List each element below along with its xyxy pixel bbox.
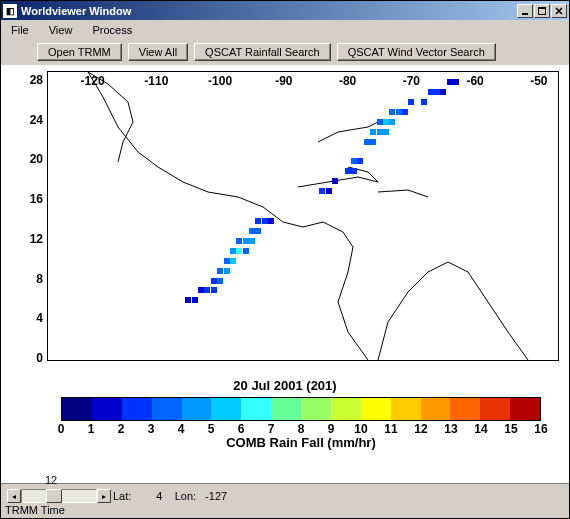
x-tick-label: -80 xyxy=(339,74,356,88)
rain-cell xyxy=(351,158,357,164)
colorbar: 012345678910111213141516 COMB Rain Fall … xyxy=(61,397,541,450)
status-panel: 12 ◂ ▸ TRMM Time Lat: 4 Lon: -127 xyxy=(1,483,569,518)
rain-cell xyxy=(383,129,389,135)
minimize-button[interactable] xyxy=(517,4,533,18)
y-tick-label: 20 xyxy=(15,152,43,166)
rain-cell xyxy=(447,79,453,85)
title-bar: ◧ Worldviewer Window xyxy=(1,1,569,20)
colorbar-swatch xyxy=(211,398,241,420)
coastline xyxy=(48,72,558,360)
rain-cell xyxy=(224,268,230,274)
rain-cell xyxy=(370,129,376,135)
slider-value: 12 xyxy=(45,474,57,486)
qscat-rain-button[interactable]: QSCAT Rainfall Search xyxy=(194,43,331,61)
rain-cell xyxy=(332,178,338,184)
y-tick-label: 24 xyxy=(15,113,43,127)
y-tick-label: 8 xyxy=(15,272,43,286)
rain-cell xyxy=(453,79,459,85)
colorbar-swatch xyxy=(62,398,92,420)
colorbar-swatch xyxy=(182,398,212,420)
colorbar-tick: 2 xyxy=(118,422,125,436)
rain-cell xyxy=(345,168,351,174)
colorbar-tick: 0 xyxy=(58,422,65,436)
colorbar-tick: 5 xyxy=(208,422,215,436)
view-all-button[interactable]: View All xyxy=(128,43,188,61)
rain-cell xyxy=(402,109,408,115)
menu-view[interactable]: View xyxy=(43,22,79,38)
trmm-time-slider[interactable] xyxy=(21,489,97,503)
colorbar-swatch xyxy=(421,398,451,420)
rain-cell xyxy=(204,287,210,293)
colorbar-tick: 1 xyxy=(88,422,95,436)
slider-next-button[interactable]: ▸ xyxy=(97,489,111,503)
rain-cell xyxy=(249,238,255,244)
rain-cell xyxy=(268,218,274,224)
colorbar-tick: 10 xyxy=(354,422,367,436)
colorbar-swatch xyxy=(241,398,271,420)
maximize-button[interactable] xyxy=(534,4,550,18)
colorbar-swatch xyxy=(450,398,480,420)
rain-cell xyxy=(389,109,395,115)
map-area[interactable]: -120-110-100-90-80-70-60-50 xyxy=(47,71,559,361)
y-tick-label: 28 xyxy=(15,73,43,87)
rain-cell xyxy=(230,258,236,264)
rain-cell xyxy=(211,287,217,293)
slider-thumb[interactable] xyxy=(46,489,62,503)
colorbar-swatch xyxy=(271,398,301,420)
x-tick-label: -100 xyxy=(208,74,232,88)
rain-cell xyxy=(230,248,236,254)
menu-process[interactable]: Process xyxy=(86,22,138,38)
rain-cell xyxy=(236,248,242,254)
rain-cell xyxy=(255,218,261,224)
toolbar: Open TRMM View All QSCAT Rainfall Search… xyxy=(1,39,569,65)
rain-cell xyxy=(370,139,376,145)
colorbar-tick: 6 xyxy=(238,422,245,436)
colorbar-swatch xyxy=(92,398,122,420)
rain-cell xyxy=(185,297,191,303)
rain-cell xyxy=(428,89,434,95)
colorbar-label: COMB Rain Fall (mm/hr) xyxy=(61,435,541,450)
colorbar-tick: 15 xyxy=(504,422,517,436)
colorbar-swatch xyxy=(361,398,391,420)
rain-cell xyxy=(408,99,414,105)
client-area: 0481216202428 -120-110-100-90-80-70-60-5… xyxy=(1,65,569,483)
colorbar-swatch xyxy=(391,398,421,420)
y-tick-label: 4 xyxy=(15,311,43,325)
colorbar-tick: 16 xyxy=(534,422,547,436)
chart-title: 20 Jul 2001 (201) xyxy=(1,378,569,393)
rain-cell xyxy=(217,278,223,284)
colorbar-swatch xyxy=(152,398,182,420)
rain-cell xyxy=(224,258,230,264)
rain-cell xyxy=(421,99,427,105)
x-tick-label: -120 xyxy=(81,74,105,88)
rain-cell xyxy=(319,188,325,194)
rain-cell xyxy=(377,119,383,125)
x-tick-label: -110 xyxy=(144,74,168,88)
colorbar-swatch xyxy=(480,398,510,420)
lat-label: Lat: xyxy=(113,490,131,502)
qscat-wind-button[interactable]: QSCAT Wind Vector Search xyxy=(337,43,496,61)
close-button[interactable] xyxy=(551,4,567,18)
rain-cell xyxy=(377,129,383,135)
lon-label: Lon: xyxy=(175,490,196,502)
rain-cell xyxy=(389,119,395,125)
rain-cell xyxy=(249,228,255,234)
colorbar-swatch xyxy=(331,398,361,420)
colorbar-tick: 9 xyxy=(328,422,335,436)
colorbar-tick: 3 xyxy=(148,422,155,436)
rain-cell xyxy=(383,119,389,125)
slider-prev-button[interactable]: ◂ xyxy=(7,489,21,503)
rain-cell xyxy=(434,89,440,95)
menu-file[interactable]: File xyxy=(5,22,35,38)
y-tick-label: 12 xyxy=(15,232,43,246)
y-tick-label: 16 xyxy=(15,192,43,206)
colorbar-tick: 13 xyxy=(444,422,457,436)
rain-cell xyxy=(364,139,370,145)
colorbar-tick: 12 xyxy=(414,422,427,436)
x-tick-label: -90 xyxy=(275,74,292,88)
rain-cell xyxy=(217,268,223,274)
rain-cell xyxy=(243,238,249,244)
colorbar-swatch xyxy=(301,398,331,420)
open-trmm-button[interactable]: Open TRMM xyxy=(37,43,122,61)
slider-caption: TRMM Time xyxy=(5,504,65,516)
